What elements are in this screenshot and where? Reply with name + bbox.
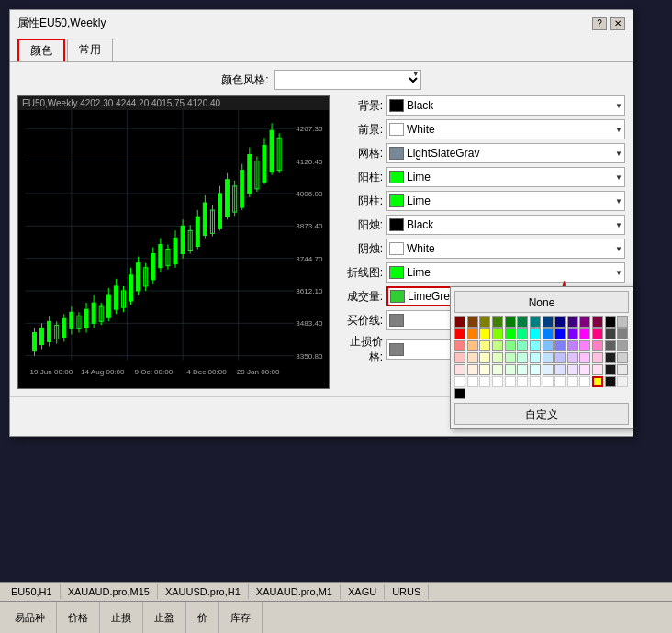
color-cell[interactable] bbox=[517, 316, 528, 328]
palette-none-button[interactable]: None bbox=[454, 291, 629, 313]
color-cell[interactable] bbox=[530, 328, 541, 339]
color-cell[interactable] bbox=[554, 364, 566, 375]
color-cell[interactable] bbox=[605, 376, 616, 387]
color-cell[interactable] bbox=[554, 376, 566, 387]
color-cell[interactable] bbox=[543, 352, 554, 363]
color-cell[interactable] bbox=[492, 328, 503, 339]
close-button[interactable]: ✕ bbox=[610, 17, 625, 30]
tab-common[interactable]: 常用 bbox=[67, 39, 113, 61]
color-cell[interactable] bbox=[592, 352, 603, 363]
bottom-tab-xauaud-m1[interactable]: XAUAUD.pro,M1 bbox=[249, 584, 341, 599]
color-cell[interactable] bbox=[467, 328, 478, 339]
color-cell[interactable] bbox=[479, 376, 490, 387]
prop-select-bearcandle[interactable]: White ▼ bbox=[386, 239, 625, 259]
color-cell[interactable] bbox=[467, 364, 478, 375]
color-cell[interactable] bbox=[592, 364, 603, 375]
color-cell[interactable] bbox=[592, 328, 603, 339]
color-cell[interactable] bbox=[554, 316, 566, 328]
color-cell[interactable] bbox=[592, 316, 603, 328]
color-cell[interactable] bbox=[492, 364, 503, 375]
color-cell[interactable] bbox=[543, 316, 554, 328]
color-cell-black[interactable] bbox=[454, 388, 465, 399]
color-cell[interactable] bbox=[617, 328, 628, 339]
color-cell[interactable] bbox=[454, 364, 465, 375]
color-cell[interactable] bbox=[467, 340, 478, 351]
bottom-tab-xauusd-h1[interactable]: XAUUSD.pro,H1 bbox=[158, 584, 249, 599]
color-cell[interactable] bbox=[492, 340, 503, 351]
bottom-tab-urus[interactable]: URUS bbox=[385, 584, 429, 599]
color-cell[interactable] bbox=[530, 340, 541, 351]
color-cell[interactable] bbox=[530, 364, 541, 375]
color-cell[interactable] bbox=[543, 328, 554, 339]
color-cell[interactable] bbox=[479, 352, 490, 363]
color-cell[interactable] bbox=[479, 364, 490, 375]
color-cell[interactable] bbox=[579, 352, 590, 363]
color-cell[interactable] bbox=[617, 364, 628, 375]
color-cell[interactable] bbox=[505, 316, 516, 328]
color-cell[interactable] bbox=[554, 352, 566, 363]
color-cell[interactable] bbox=[592, 340, 603, 351]
color-cell[interactable] bbox=[567, 376, 578, 387]
prop-select-linechart[interactable]: Lime ▼ bbox=[386, 262, 625, 283]
color-cell[interactable] bbox=[479, 328, 490, 339]
bottom-tab-xauaud-m15[interactable]: XAUAUD.pro,M15 bbox=[61, 584, 158, 599]
color-cell[interactable] bbox=[567, 316, 578, 328]
prop-select-bullbar[interactable]: Lime ▼ bbox=[386, 167, 625, 187]
color-cell[interactable] bbox=[492, 352, 503, 363]
prop-select-background[interactable]: Black ▼ bbox=[386, 95, 625, 116]
color-cell[interactable] bbox=[454, 340, 465, 351]
color-cell[interactable] bbox=[579, 328, 590, 339]
bottom-tab-eu50h1[interactable]: EU50,H1 bbox=[4, 584, 61, 599]
color-cell[interactable] bbox=[479, 316, 490, 328]
color-cell[interactable] bbox=[617, 316, 628, 328]
color-cell[interactable] bbox=[579, 340, 590, 351]
color-cell[interactable] bbox=[492, 376, 503, 387]
color-cell[interactable] bbox=[530, 316, 541, 328]
color-cell[interactable] bbox=[492, 316, 503, 328]
color-cell[interactable] bbox=[517, 340, 528, 351]
color-cell[interactable] bbox=[530, 376, 541, 387]
custom-color-button[interactable]: 自定义 bbox=[454, 403, 629, 425]
color-cell[interactable] bbox=[454, 328, 465, 339]
color-cell[interactable] bbox=[505, 376, 516, 387]
prop-select-foreground[interactable]: White ▼ bbox=[386, 119, 625, 139]
color-cell[interactable] bbox=[554, 340, 566, 351]
color-cell[interactable] bbox=[479, 340, 490, 351]
color-cell[interactable] bbox=[454, 376, 465, 387]
color-cell[interactable] bbox=[467, 376, 478, 387]
color-cell[interactable] bbox=[605, 328, 616, 339]
color-cell[interactable] bbox=[579, 364, 590, 375]
color-cell[interactable] bbox=[543, 364, 554, 375]
color-cell[interactable] bbox=[579, 316, 590, 328]
color-cell[interactable] bbox=[617, 352, 628, 363]
color-cell[interactable] bbox=[567, 340, 578, 351]
bottom-tab-xagu[interactable]: XAGU bbox=[341, 584, 385, 599]
color-cell[interactable] bbox=[454, 316, 465, 328]
color-cell[interactable] bbox=[530, 352, 541, 363]
color-cell[interactable] bbox=[567, 364, 578, 375]
color-style-select[interactable] bbox=[274, 70, 421, 90]
color-cell[interactable] bbox=[505, 340, 516, 351]
color-cell[interactable] bbox=[567, 328, 578, 339]
color-cell[interactable] bbox=[517, 352, 528, 363]
color-cell[interactable] bbox=[454, 352, 465, 363]
color-cell[interactable] bbox=[554, 328, 566, 339]
color-cell[interactable] bbox=[505, 352, 516, 363]
color-cell[interactable] bbox=[517, 376, 528, 387]
color-cell[interactable] bbox=[617, 340, 628, 351]
color-cell[interactable] bbox=[605, 364, 616, 375]
color-cell[interactable] bbox=[467, 352, 478, 363]
color-cell[interactable] bbox=[505, 364, 516, 375]
color-cell[interactable] bbox=[543, 376, 554, 387]
prop-select-grid[interactable]: LightSlateGrav ▼ bbox=[386, 143, 625, 163]
color-cell[interactable] bbox=[579, 376, 590, 387]
color-cell[interactable] bbox=[467, 316, 478, 328]
prop-select-bearbar[interactable]: Lime ▼ bbox=[386, 191, 625, 211]
color-cell[interactable] bbox=[505, 328, 516, 339]
color-cell[interactable] bbox=[605, 340, 616, 351]
tab-color[interactable]: 颜色 bbox=[17, 39, 65, 61]
color-cell[interactable] bbox=[517, 364, 528, 375]
color-cell[interactable] bbox=[605, 352, 616, 363]
color-cell[interactable] bbox=[517, 328, 528, 339]
prop-select-bullcandle[interactable]: Black ▼ bbox=[386, 215, 625, 235]
